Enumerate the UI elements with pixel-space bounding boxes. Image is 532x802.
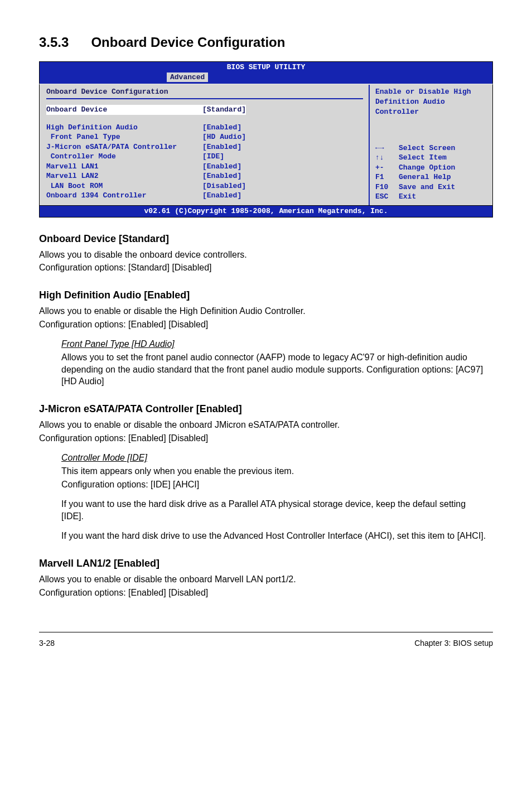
- bios-setting-value: [Enabled]: [202, 162, 241, 172]
- bios-setting-row[interactable]: Marvell LAN2[Enabled]: [46, 171, 363, 181]
- heading-onboard-device: Onboard Device [Standard]: [39, 232, 493, 245]
- text: This item appears only when you enable t…: [61, 465, 487, 477]
- bios-setting-label: J-Micron eSATA/PATA Controller: [46, 142, 202, 152]
- bios-setting-label: Controller Mode: [46, 152, 202, 162]
- heading-hd-audio: High Definition Audio [Enabled]: [39, 288, 493, 302]
- subsection: If you want the hard disk drive to use t…: [61, 530, 487, 542]
- bios-setting-row[interactable]: LAN Boot ROM[Disabled]: [46, 181, 363, 191]
- bios-left-pane: Onboard Device Configuration Onboard Dev…: [40, 85, 370, 205]
- bios-setting-label: Front Panel Type: [46, 132, 202, 142]
- bios-key-symbol: F10: [375, 182, 399, 192]
- bios-key-text: Change Option: [399, 163, 455, 173]
- bios-setting-value: [Enabled]: [202, 123, 241, 133]
- bios-key-legend: ←→Select Screen↑↓Select Item+-Change Opt…: [375, 143, 487, 202]
- text: Allows you to enable or disable the onbo…: [39, 573, 493, 586]
- bios-key-row: ESCExit: [375, 192, 487, 202]
- bios-key-symbol: ←→: [375, 143, 399, 153]
- heading-jmicron: J-Micron eSATA/PATA Controller [Enabled]: [39, 402, 493, 416]
- bios-key-symbol: +-: [375, 163, 399, 173]
- subsection: Front Panel Type [HD Audio] Allows you t…: [61, 338, 487, 387]
- bios-setting-value: [Enabled]: [202, 171, 241, 181]
- text: Configuration options: [Enabled] [Disabl…: [39, 432, 493, 445]
- chapter-label: Chapter 3: BIOS setup: [414, 638, 493, 649]
- bios-setting-value: [HD Audio]: [202, 132, 246, 142]
- subsection: If you want to use the hard disk drive a…: [61, 498, 487, 522]
- bios-setting-label: Marvell LAN2: [46, 171, 202, 181]
- bios-setting-row[interactable]: Onboard 1394 Controller[Enabled]: [46, 191, 363, 201]
- bios-setting-row[interactable]: Controller Mode[IDE]: [46, 152, 363, 162]
- section-title: Onboard Device Configuration: [91, 35, 285, 50]
- bios-key-row: ←→Select Screen: [375, 143, 487, 153]
- bios-tab-advanced[interactable]: Advanced: [167, 73, 208, 82]
- section-heading: 3.5.3Onboard Device Configuration: [39, 33, 493, 51]
- subsection: Controller Mode [IDE] This item appears …: [61, 452, 487, 490]
- bios-setting-row[interactable]: J-Micron eSATA/PATA Controller[Enabled]: [46, 142, 363, 152]
- bios-key-symbol: ESC: [375, 192, 399, 202]
- bios-footer: v02.61 (C)Copyright 1985-2008, American …: [39, 206, 493, 218]
- text: Allows you to disable the onboard device…: [39, 249, 493, 261]
- bios-key-text: Save and Exit: [399, 182, 455, 192]
- bios-key-text: Select Screen: [399, 143, 455, 153]
- text: Allows you to set the front panel audio …: [61, 351, 487, 388]
- spacer: [46, 115, 363, 123]
- sub-title: Front Panel Type [HD Audio]: [61, 339, 175, 349]
- bios-setting-row[interactable]: High Definition Audio[Enabled]: [46, 123, 363, 133]
- bios-setting-row[interactable]: Marvell LAN1[Enabled]: [46, 162, 363, 172]
- bios-key-row: ↑↓Select Item: [375, 153, 487, 163]
- bios-setting-label: Marvell LAN1: [46, 162, 202, 172]
- text: Allows you to enable or disable the onbo…: [39, 419, 493, 431]
- text: Configuration options: [Enabled] [Disabl…: [39, 318, 493, 331]
- bios-panel: BIOS SETUP UTILITY Advanced Onboard Devi…: [39, 61, 493, 217]
- text: Configuration options: [Enabled] [Disabl…: [39, 587, 493, 599]
- bios-setting-value: [Enabled]: [202, 191, 241, 201]
- bios-setting-label: High Definition Audio: [46, 123, 202, 133]
- bios-header-title: BIOS SETUP UTILITY: [227, 63, 305, 71]
- section-number: 3.5.3: [39, 35, 69, 50]
- text: If you want the hard disk drive to use t…: [61, 530, 487, 542]
- bios-header: BIOS SETUP UTILITY: [39, 61, 493, 73]
- bios-setting-label: Onboard 1394 Controller: [46, 191, 202, 201]
- bios-key-symbol: ↑↓: [375, 153, 399, 163]
- text: Configuration options: [IDE] [AHCI]: [61, 479, 487, 491]
- bios-settings-list: Onboard Device[Standard]High Definition …: [46, 105, 363, 201]
- bios-setting-value: [Enabled]: [202, 142, 241, 152]
- bios-key-symbol: F1: [375, 172, 399, 182]
- bios-setting-value: [IDE]: [202, 152, 224, 162]
- bios-setting-row[interactable]: Front Panel Type[HD Audio]: [46, 132, 363, 142]
- text: If you want to use the hard disk drive a…: [61, 498, 487, 522]
- bios-key-row: F1General Help: [375, 172, 487, 182]
- bios-key-text: General Help: [399, 172, 451, 182]
- bios-tab-row: Advanced: [39, 73, 493, 84]
- text: Configuration options: [Standard] [Disab…: [39, 262, 493, 274]
- sub-title: Controller Mode [IDE]: [61, 453, 147, 462]
- bios-help-text: Enable or Disable High Definition Audio …: [375, 87, 487, 117]
- bios-setting-value: [Standard]: [202, 105, 246, 115]
- bios-setting-row[interactable]: Onboard Device[Standard]: [46, 105, 363, 115]
- bios-setting-label: LAN Boot ROM: [46, 181, 202, 191]
- bios-key-text: Exit: [399, 192, 416, 202]
- page-number: 3-28: [39, 638, 55, 649]
- bios-setting-label: Onboard Device: [46, 105, 202, 115]
- bios-panel-title: Onboard Device Configuration: [46, 87, 363, 99]
- bios-body: Onboard Device Configuration Onboard Dev…: [39, 84, 493, 205]
- bios-key-row: F10Save and Exit: [375, 182, 487, 192]
- page-footer: 3-28 Chapter 3: BIOS setup: [39, 632, 493, 649]
- text: Allows you to enable or disable the High…: [39, 305, 493, 317]
- bios-key-row: +-Change Option: [375, 163, 487, 173]
- heading-marvell-lan: Marvell LAN1/2 [Enabled]: [39, 557, 493, 570]
- bios-right-pane: Enable or Disable High Definition Audio …: [370, 85, 492, 205]
- bios-key-text: Select Item: [399, 153, 447, 163]
- bios-setting-value: [Disabled]: [202, 181, 246, 191]
